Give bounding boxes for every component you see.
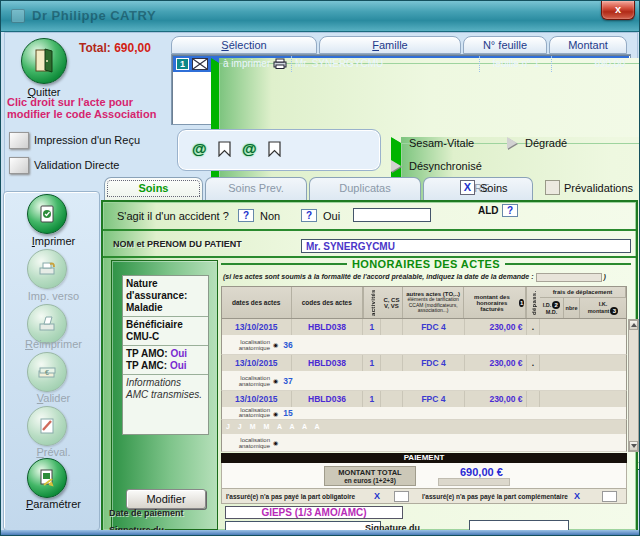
quitter-button[interactable] xyxy=(21,38,67,84)
accident-date-input[interactable] xyxy=(353,208,431,222)
act-row[interactable]: 13/10/2015 HBLD038 1 FDC 4 230,00 € . xyxy=(221,355,627,371)
localisation-row[interactable]: localisationanatomique ◉ 36 xyxy=(221,335,627,355)
accident-non-help-button[interactable]: ? xyxy=(238,209,254,222)
bullet-icon: ◉ xyxy=(273,341,278,348)
header-autres-2: éléments de tarification CCAM (modificat… xyxy=(404,297,463,314)
act-row[interactable]: 13/10/2015 HBLD038 1 FDC 4 230,00 € . xyxy=(221,319,627,335)
tab-dre[interactable]: DRE xyxy=(423,177,533,200)
envelope-x-icon xyxy=(192,58,208,70)
bullet-icon: ◉ xyxy=(273,410,278,417)
invoice-row-selected[interactable]: 1 à imprimer Mr. SYNERGYCMU feuille n° 1… xyxy=(173,56,629,72)
header-frais: frais de déplacement xyxy=(540,287,626,298)
tab-duplicatas[interactable]: Duplicatas xyxy=(309,177,421,200)
insurance-nature-value: Maladie xyxy=(126,302,163,313)
patient-row: NOM et PRENOM DU PATIENT Mr. SYNERGYCMU xyxy=(103,231,636,258)
imprimer-label: Imprimer xyxy=(6,235,101,247)
header-depass: dépass. xyxy=(526,287,540,318)
accident-oui-help-button[interactable]: ? xyxy=(301,209,317,222)
email-at-icon[interactable]: @ xyxy=(242,140,257,157)
email-at-icon[interactable]: @ xyxy=(192,140,207,157)
preval-icon xyxy=(38,417,56,435)
header-dates: dates des actes xyxy=(222,287,292,318)
validation-directe-label: Validation Directe xyxy=(34,159,119,171)
insurance-panel: Nature d'assurance: Maladie Bénéficiaire… xyxy=(111,260,218,530)
column-header-famille[interactable]: Famille xyxy=(319,36,461,54)
reimprimer-icon xyxy=(38,316,56,332)
accident-non-label: Non xyxy=(260,210,280,222)
parametrer-button[interactable] xyxy=(27,458,67,498)
imp-verso-button xyxy=(27,249,67,289)
date-placeholder: J J M M A A A A xyxy=(226,423,322,430)
soins-checkbox[interactable]: X xyxy=(460,180,475,195)
tp-amc-label: TP AMC: xyxy=(126,360,167,371)
app-icon xyxy=(11,9,25,23)
column-header-montant[interactable]: Montant xyxy=(549,36,627,54)
header-md: M.D. xyxy=(546,309,558,315)
patient-name-label: NOM et PRENOM DU PATIENT xyxy=(113,239,242,249)
honoraires-title: HONORAIRES DES ACTES xyxy=(352,258,500,270)
part-complementaire-checkbox[interactable] xyxy=(602,491,617,502)
accord-date-input[interactable] xyxy=(536,273,602,282)
badge-3: 3 xyxy=(610,307,618,315)
header-v-vs: V, VS xyxy=(384,303,399,309)
title-bar[interactable]: Dr Philippe CATRY x xyxy=(1,1,640,32)
impression-recu-checkbox[interactable] xyxy=(9,132,29,149)
tab-soins-prev[interactable]: Soins Prev. xyxy=(205,177,307,200)
ald-help-button[interactable]: ? xyxy=(502,204,518,217)
header-ik-montant: montant xyxy=(588,308,610,314)
honoraires-header: HONORAIRES DES ACTES xyxy=(221,258,631,270)
tp-amc-value: Oui xyxy=(170,360,187,371)
accident-oui-label: Oui xyxy=(323,210,340,222)
header-codes: codes des actes xyxy=(292,287,363,318)
localisation-row[interactable]: localisationanatomique ◉ 37 xyxy=(221,371,627,391)
part-complementaire-mark: X xyxy=(574,491,580,501)
validation-directe-checkbox[interactable] xyxy=(9,157,29,174)
badge-1: 1 xyxy=(519,299,524,307)
header-id: I.D. xyxy=(543,302,552,308)
patient-name-field[interactable]: Mr. SYNERGYCMU xyxy=(301,239,631,253)
act-row-empty[interactable]: J J M M A A A A xyxy=(221,420,627,434)
gieps-field[interactable]: GIEPS (1/3 AMO/AMC) xyxy=(225,506,403,519)
act-row[interactable]: 13/10/2015 HBLD036 1 FPC 4 230,00 € xyxy=(221,391,627,407)
column-divider xyxy=(291,56,292,72)
prevalidations-checkbox[interactable] xyxy=(545,180,560,195)
door-icon xyxy=(32,48,56,74)
row-montant: 690,00 xyxy=(594,58,625,69)
acts-scrollbar[interactable] xyxy=(628,319,639,452)
localisation-row-empty[interactable]: localisationanatomique ◉ xyxy=(221,434,627,452)
modifier-button[interactable]: Modifier xyxy=(126,489,206,509)
date-paiement-label: Date de paiement xyxy=(109,508,184,518)
column-divider xyxy=(479,56,480,72)
close-icon: x xyxy=(615,3,621,15)
row-feuille: feuille n° 1 xyxy=(483,58,549,69)
localisation-row[interactable]: localisationanatomique ◉ 15 xyxy=(221,407,627,420)
bookmark-flag-icon[interactable] xyxy=(268,141,281,157)
telesend-toolbar: @ @ xyxy=(177,129,381,171)
scroll-up-button[interactable] xyxy=(629,320,638,330)
bookmark-flag-icon[interactable] xyxy=(218,141,231,157)
imprimer-button[interactable] xyxy=(27,194,67,234)
tp-amo-label: TP AMO: xyxy=(126,348,168,359)
sesam-vitale-label: Sesam-Vitale xyxy=(409,137,474,149)
accident-question-label: S'agit il d'un accident ? xyxy=(117,210,229,222)
total-label: Total: xyxy=(79,41,111,55)
prevalidations-label: Prévalidations xyxy=(564,182,633,194)
right-click-hint: Clic droit sur l'acte pour modifier le c… xyxy=(7,96,175,120)
accord-prealable-note: (si les actes sont soumis à la formalité… xyxy=(223,273,606,282)
invoice-list[interactable]: 1 à imprimer Mr. SYNERGYCMU feuille n° 1… xyxy=(171,54,631,125)
column-header-feuille[interactable]: N° feuille xyxy=(463,36,547,54)
part-obligatoire-checkbox[interactable] xyxy=(394,491,409,502)
header-nbre: nbre xyxy=(564,298,580,318)
degrade-label: Dégradé xyxy=(525,137,567,149)
accident-row: S'agit il d'un accident ? ? Non ? Oui AL… xyxy=(103,202,636,231)
ald-label: ALD xyxy=(478,205,499,216)
desynchronise-label: Désynchronisé xyxy=(409,160,482,172)
tab-soins[interactable]: Soins xyxy=(104,177,203,200)
scroll-down-button[interactable] xyxy=(629,441,638,451)
bullet-icon: ◉ xyxy=(273,377,278,384)
scroll-up-icon xyxy=(631,323,637,327)
part-obligatoire-text: l'assuré(e) n'a pas payé la part obligat… xyxy=(226,493,355,500)
column-header-selection[interactable]: Sélection xyxy=(171,36,317,54)
close-button[interactable]: x xyxy=(601,1,635,20)
montant-total-value: 690,00 € xyxy=(460,466,503,478)
